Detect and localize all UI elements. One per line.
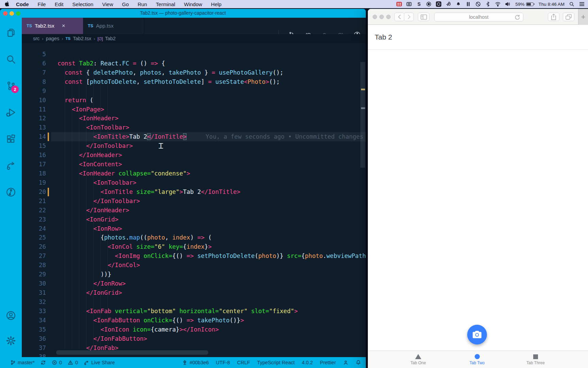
line-number[interactable]: 26	[22, 242, 46, 251]
line-number[interactable]: 20	[22, 187, 46, 197]
code-line[interactable]: 27 <IonImg onClick={() => setPhotoToDele…	[22, 251, 366, 261]
code-line[interactable]: 12 <IonHeader>	[22, 114, 366, 123]
line-number[interactable]: 6	[22, 59, 46, 68]
code-line[interactable]: 24 <IonRow>	[22, 224, 366, 233]
menu-item-run[interactable]: Run	[138, 1, 147, 7]
minimize-window-button[interactable]	[379, 15, 384, 19]
screen-icon[interactable]	[436, 1, 441, 7]
refresh-icon[interactable]	[514, 14, 520, 20]
bell-icon[interactable]	[456, 1, 461, 7]
battery-indicator[interactable]: 59%	[515, 2, 534, 7]
sidebar-item-settings-gear[interactable]	[5, 335, 16, 346]
line-number[interactable]: 25	[22, 233, 46, 242]
camera-fab-button[interactable]	[467, 325, 487, 344]
s-logo-icon[interactable]: S	[416, 1, 422, 7]
camera-icon[interactable]	[406, 1, 412, 7]
line-number[interactable]: 21	[22, 197, 46, 206]
menu-item-file[interactable]: File	[38, 1, 46, 7]
sidebar-item-explorer[interactable]	[5, 27, 16, 38]
tab-app-tsx[interactable]: TSApp.tsx	[83, 18, 144, 34]
line-number[interactable]: 30	[22, 279, 46, 288]
code-editor[interactable]: 56const Tab2: React.FC = () => {7 const …	[22, 43, 366, 357]
tab-tab-three[interactable]: Tab Three	[515, 351, 556, 368]
line-number[interactable]: 23	[22, 215, 46, 224]
new-tab-button[interactable]: +	[578, 9, 588, 25]
editor-horizontal-scrollbar[interactable]	[56, 350, 208, 355]
sidebar-item-search[interactable]	[5, 54, 16, 65]
code-line[interactable]: 30 </IonRow>	[22, 279, 366, 288]
back-button[interactable]	[394, 13, 404, 21]
line-number[interactable]: 14	[22, 132, 46, 141]
line-number[interactable]: 37	[22, 343, 46, 353]
code-line[interactable]: 19 <IonToolbar>	[22, 178, 366, 187]
code-line[interactable]: 21 </IonToolbar>	[22, 197, 366, 206]
forward-button[interactable]	[404, 13, 414, 21]
tab-tab2-tsx[interactable]: TSTab2.tsx×	[22, 18, 83, 34]
line-number[interactable]: 16	[22, 151, 46, 160]
code-line[interactable]: 13 <IonToolbar>	[22, 123, 366, 132]
zoom-window-button[interactable]	[386, 15, 391, 19]
wifi-icon[interactable]	[495, 1, 501, 7]
sidebar-item-circled-branch[interactable]	[5, 187, 16, 198]
code-line[interactable]: 35 <IonIcon icon={camera}></IonIcon>	[22, 325, 366, 334]
code-line[interactable]: 9	[22, 87, 366, 96]
tab-tab-one[interactable]: Tab One	[398, 351, 439, 368]
line-number[interactable]: 18	[22, 169, 46, 178]
code-line[interactable]: 16 </IonHeader>	[22, 151, 366, 160]
menu-item-help[interactable]: Help	[211, 1, 222, 7]
code-line[interactable]: 28 </IonCol>	[22, 261, 366, 270]
menu-item-terminal[interactable]: Terminal	[156, 1, 175, 7]
breadcrumb-item[interactable]: Tab2	[105, 36, 115, 41]
menu-clock[interactable]: Thu 8:46 AM	[538, 2, 565, 7]
code-line[interactable]: 8 const [photoToDelete, setPhotoToDelete…	[22, 77, 366, 87]
breadcrumb-item[interactable]: src	[33, 36, 39, 41]
status-item-live-share[interactable]: Live Share	[84, 360, 115, 365]
status-item-0[interactable]: 0	[68, 360, 78, 365]
code-line[interactable]: 22 </IonHeader>	[22, 206, 366, 215]
line-number[interactable]: 28	[22, 261, 46, 270]
code-line[interactable]: 11 <IonPage>	[22, 105, 366, 114]
status-item--00b3e6[interactable]: #00b3e6	[182, 360, 209, 365]
menu-item-window[interactable]: Window	[184, 1, 202, 7]
tab-overview-icon[interactable]	[563, 13, 574, 21]
status-item-sync[interactable]	[40, 360, 46, 365]
pause-icon[interactable]	[466, 1, 471, 7]
code-line[interactable]: 32	[22, 297, 366, 307]
film-icon[interactable]	[396, 1, 402, 7]
menu-item-selection[interactable]: Selection	[72, 1, 94, 7]
line-number[interactable]: 7	[22, 68, 46, 77]
breadcrumb-item[interactable]: Tab2.tsx	[73, 36, 91, 41]
status-item-0[interactable]: 0	[52, 360, 62, 365]
code-line[interactable]: 17 <IonContent>	[22, 160, 366, 169]
sidebar-item-account[interactable]	[5, 310, 16, 321]
line-number[interactable]: 29	[22, 270, 46, 279]
line-number[interactable]: 17	[22, 160, 46, 169]
breadcrumb-item[interactable]: pages	[46, 36, 60, 41]
line-number[interactable]: 38	[22, 352, 46, 357]
editor-vertical-scrollbar[interactable]	[360, 62, 365, 168]
sidebar-item-source-control[interactable]: 2	[5, 80, 16, 91]
dnd-icon[interactable]	[475, 1, 481, 7]
line-number[interactable]: 31	[22, 288, 46, 297]
line-number[interactable]: 32	[22, 297, 46, 307]
status-item-typescript-react[interactable]: TypeScript React	[257, 360, 295, 365]
line-number[interactable]: 11	[22, 105, 46, 114]
line-number[interactable]: 22	[22, 206, 46, 215]
menu-item-code[interactable]: Code	[16, 1, 29, 7]
code-line[interactable]: 26 <IonCol size="6" key={index}>	[22, 242, 366, 251]
status-item-utf-8[interactable]: UTF-8	[216, 360, 230, 365]
code-line[interactable]: 5	[22, 50, 366, 59]
line-number[interactable]: 12	[22, 114, 46, 123]
code-line[interactable]: 6const Tab2: React.FC = () => {	[22, 59, 366, 68]
code-line[interactable]: 29 ))}	[22, 270, 366, 279]
spotlight-icon[interactable]	[569, 2, 574, 7]
rocket-icon[interactable]	[446, 1, 451, 7]
share-icon[interactable]	[548, 13, 559, 21]
line-number[interactable]: 19	[22, 178, 46, 187]
sidebar-item-extensions[interactable]	[5, 134, 16, 144]
code-line[interactable]: 25 {photos.map((photo, index) => (	[22, 233, 366, 242]
line-number[interactable]: 33	[22, 307, 46, 316]
line-number[interactable]: 35	[22, 325, 46, 334]
line-number[interactable]: 8	[22, 77, 46, 87]
code-line[interactable]: 36 </IonFabButton>	[22, 334, 366, 343]
